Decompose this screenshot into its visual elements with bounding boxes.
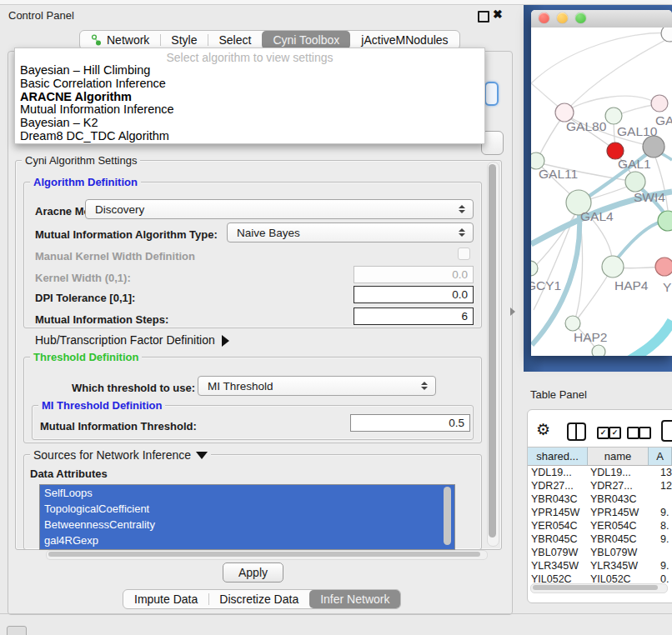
gear-icon[interactable]: ⚙ — [536, 420, 550, 439]
data-attributes-list[interactable]: SelfLoopsTopologicalCoefficientBetweenne… — [39, 484, 455, 550]
algorithm-option-dream8-dc-tdc-algorithm[interactable]: Dream8 DC_TDC Algorithm — [15, 130, 484, 143]
algorithm-option-basic-correlation-inference[interactable]: Basic Correlation Inference — [15, 78, 484, 91]
table-row[interactable]: YER054CYER054C8. — [528, 519, 672, 532]
table-row[interactable]: YDR27...YDR27...12 — [528, 479, 672, 492]
expand-triangle-icon — [222, 335, 229, 347]
stepper-arrows-icon — [459, 228, 465, 237]
network-node-y[interactable] — [655, 258, 672, 276]
focused-combo-fragment[interactable] — [484, 82, 499, 106]
attribute-item-gal4rgexp[interactable]: gal4RGexp — [40, 532, 454, 548]
table-row[interactable]: YBR043CYBR043C — [528, 492, 672, 506]
float-icon[interactable] — [478, 11, 489, 22]
table-cell: YPR145W — [528, 506, 588, 519]
network-node-swi4[interactable] — [625, 172, 645, 192]
network-node-gcy1[interactable] — [531, 261, 538, 276]
table-rows: YDL19...YDL19...13YDR27...YDR27...12YBR0… — [528, 466, 672, 588]
settings-horizontal-scrollbar[interactable] — [46, 550, 488, 560]
tab-cyni-toolbox[interactable]: Cyni Toolbox — [262, 31, 350, 49]
mi-type-select[interactable]: Naive Bayes — [227, 222, 474, 242]
network-edge[interactable] — [610, 321, 672, 356]
settings-hscroll-thumb[interactable] — [48, 552, 480, 557]
column-header-shared[interactable]: shared... — [528, 447, 588, 466]
network-node-gal10b[interactable] — [643, 136, 664, 158]
column-header-a[interactable]: A — [649, 447, 672, 466]
panel-collapse-arrow-icon[interactable] — [510, 308, 515, 316]
network-node[interactable] — [592, 345, 605, 356]
bottom-tab-impute-data[interactable]: Impute Data — [123, 590, 208, 608]
table-cell: YER054C — [588, 519, 649, 532]
network-node[interactable] — [658, 211, 672, 231]
manual-kernel-checkbox[interactable] — [458, 248, 470, 260]
network-view[interactable]: GAL7GAL80GAL10GAL1GAL11SWI4GAL4GCY1HAP4Y… — [531, 28, 672, 356]
table-row[interactable]: YBL079WYBL079W — [528, 546, 672, 559]
mi-steps-field[interactable]: 6 — [354, 308, 474, 325]
select-all-icon[interactable]: ✓ — [597, 427, 609, 439]
settings-scroll-thumb[interactable] — [489, 164, 496, 538]
tab-jactivemnodules[interactable]: jActiveMNodules — [350, 31, 459, 49]
network-node-gal7[interactable] — [651, 95, 668, 112]
network-node-hap4[interactable] — [602, 256, 624, 278]
node-label-y: Y — [663, 280, 671, 294]
tab-network[interactable]: Network — [80, 31, 160, 49]
settings-vertical-scrollbar[interactable] — [487, 162, 499, 547]
table-cell: YDL19... — [528, 466, 588, 479]
table-icon[interactable] — [661, 420, 672, 442]
node-label-hap4: HAP4 — [614, 278, 649, 292]
select-all-icon[interactable]: ✓ — [609, 427, 621, 439]
network-node-hap2[interactable] — [565, 316, 580, 331]
apply-button[interactable]: Apply — [223, 562, 283, 582]
attributes-scroll-thumb[interactable] — [444, 487, 451, 545]
table-row[interactable]: YDL19...YDL19...13 — [528, 466, 672, 479]
minimize-button[interactable] — [557, 12, 568, 23]
bottom-tab-discretize-data[interactable]: Discretize Data — [208, 590, 309, 608]
table-cell: YDL19... — [588, 466, 649, 479]
deselect-all-icon[interactable] — [639, 427, 651, 439]
table-cell: 8. — [649, 519, 672, 532]
table-cell: YBR045C — [588, 532, 649, 546]
mi-threshold-field[interactable]: 0.5 — [350, 414, 470, 432]
table-row[interactable]: YBR045CYBR045C9. — [528, 532, 672, 546]
table-row[interactable]: YLR345WYLR345W9. — [528, 559, 672, 572]
algorithm-option-bayesian-hill-climbing[interactable]: Bayesian – Hill Climbing — [15, 64, 484, 78]
deselect-all-icon[interactable] — [627, 427, 639, 439]
tab-select[interactable]: Select — [208, 31, 262, 49]
network-node-gal10[interactable] — [605, 108, 622, 124]
bottom-tab-infer-network[interactable]: Infer Network — [309, 590, 400, 608]
network-edge[interactable] — [531, 33, 669, 83]
table-cell: YER054C — [528, 519, 588, 532]
zoom-button[interactable] — [575, 12, 586, 23]
mi-steps-label: Mutual Information Steps: — [35, 313, 168, 326]
aracne-mode-select[interactable]: Discovery — [85, 199, 474, 219]
table-horizontal-scrollbar[interactable] — [530, 583, 668, 593]
hub-definition-expander[interactable]: Hub/Transcription Factor Definition — [35, 333, 229, 347]
close-icon[interactable]: ✖ — [493, 8, 503, 21]
node-label-gal10: GAL10 — [617, 124, 658, 138]
network-node[interactable] — [661, 28, 672, 42]
node-label-gal1: GAL1 — [618, 157, 651, 171]
network-edge[interactable] — [613, 221, 667, 264]
cyni-settings-title: Cyni Algorithm Settings — [22, 154, 140, 167]
algorithm-option-bayesian-k2[interactable]: Bayesian – K2 — [15, 117, 484, 130]
corner-grip[interactable] — [7, 626, 27, 635]
network-window-titlebar[interactable] — [531, 10, 672, 28]
table-row[interactable]: YPR145WYPR145W9. — [528, 506, 672, 519]
attribute-item-topologicalcoefficient[interactable]: TopologicalCoefficient — [40, 501, 454, 517]
algorithm-option-aracne-algorithm[interactable]: ARACNE Algorithm — [15, 91, 484, 104]
algorithm-option-mutual-information-inference[interactable]: Mutual Information Inference — [15, 103, 484, 117]
attribute-item-betweennesscentrality[interactable]: BetweennessCentrality — [40, 517, 454, 532]
close-button[interactable] — [539, 12, 549, 23]
which-threshold-select[interactable]: MI Threshold — [198, 376, 436, 396]
tab-style[interactable]: Style — [160, 31, 208, 49]
dpi-tolerance-field[interactable]: 0.0 — [354, 286, 474, 303]
attribute-item-selfloops[interactable]: SelfLoops — [40, 485, 454, 501]
sources-group-title[interactable]: Sources for Network Inference — [30, 448, 211, 462]
node-label-gal4: GAL4 — [580, 209, 614, 223]
node-label-gal80: GAL80 — [566, 119, 607, 133]
collapse-triangle-icon — [196, 452, 208, 459]
threshold-definition-title: Threshold Definition — [30, 351, 142, 363]
app-root: Control Panel ✖ NetworkStyleSelectCyni T… — [0, 0, 672, 635]
column-header-name[interactable]: name — [588, 447, 649, 466]
network-edge[interactable] — [575, 268, 612, 322]
column-view-icon[interactable] — [567, 422, 586, 441]
table-hscroll-thumb[interactable] — [533, 585, 658, 590]
